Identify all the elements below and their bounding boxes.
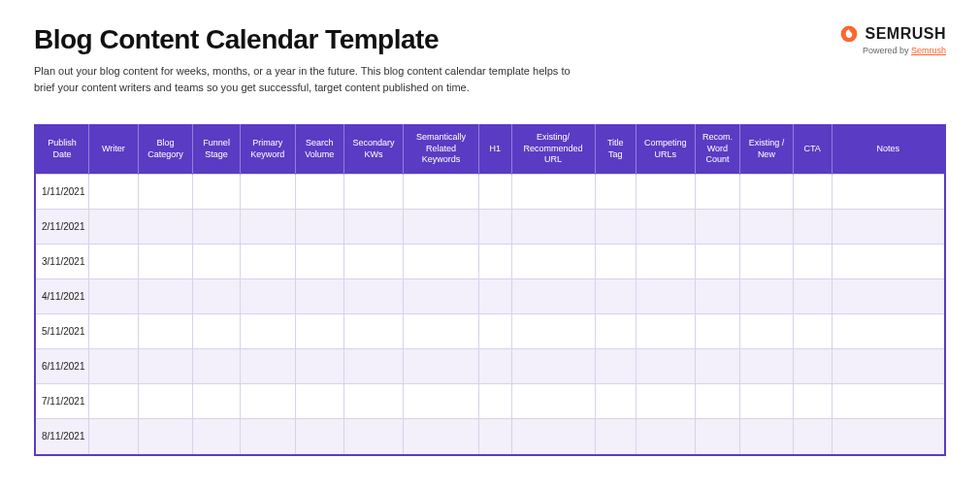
cell-notes[interactable] [832, 279, 944, 314]
cell-cta[interactable] [793, 210, 832, 245]
cell-semantic-keywords[interactable] [404, 384, 479, 419]
cell-funnel-stage[interactable] [193, 419, 240, 454]
powered-by-link[interactable]: Semrush [911, 46, 946, 55]
cell-semantic-keywords[interactable] [404, 210, 479, 245]
cell-title-tag[interactable] [595, 175, 636, 210]
cell-word-count[interactable] [695, 210, 739, 245]
cell-competing-urls[interactable] [636, 279, 695, 314]
cell-existing-new[interactable] [740, 314, 794, 349]
cell-url[interactable] [511, 245, 595, 279]
cell-word-count[interactable] [695, 314, 739, 349]
cell-funnel-stage[interactable] [193, 210, 240, 245]
cell-search-volume[interactable] [295, 384, 343, 419]
cell-notes[interactable] [832, 175, 944, 210]
cell-word-count[interactable] [695, 419, 739, 454]
cell-publish-date[interactable]: 7/11/2021 [36, 384, 89, 419]
cell-cta[interactable] [793, 384, 832, 419]
cell-publish-date[interactable]: 3/11/2021 [36, 245, 89, 279]
cell-url[interactable] [511, 349, 595, 384]
cell-primary-keyword[interactable] [240, 349, 295, 384]
cell-semantic-keywords[interactable] [404, 314, 479, 349]
cell-secondary-kws[interactable] [344, 279, 404, 314]
cell-h1[interactable] [478, 279, 511, 314]
cell-secondary-kws[interactable] [344, 314, 404, 349]
cell-semantic-keywords[interactable] [404, 245, 479, 279]
cell-writer[interactable] [89, 245, 138, 279]
cell-cta[interactable] [793, 279, 832, 314]
cell-search-volume[interactable] [295, 314, 343, 349]
cell-publish-date[interactable]: 1/11/2021 [36, 175, 89, 210]
cell-word-count[interactable] [695, 279, 739, 314]
cell-cta[interactable] [793, 349, 832, 384]
cell-search-volume[interactable] [295, 245, 343, 279]
cell-semantic-keywords[interactable] [404, 175, 479, 210]
cell-url[interactable] [511, 419, 595, 454]
cell-cta[interactable] [793, 419, 832, 454]
cell-notes[interactable] [832, 245, 944, 279]
cell-title-tag[interactable] [595, 419, 636, 454]
cell-writer[interactable] [89, 419, 138, 454]
cell-h1[interactable] [478, 384, 511, 419]
cell-url[interactable] [511, 314, 595, 349]
cell-existing-new[interactable] [740, 279, 794, 314]
cell-funnel-stage[interactable] [193, 349, 240, 384]
cell-title-tag[interactable] [595, 349, 636, 384]
cell-primary-keyword[interactable] [240, 384, 295, 419]
cell-h1[interactable] [478, 175, 511, 210]
cell-competing-urls[interactable] [636, 245, 695, 279]
cell-publish-date[interactable]: 4/11/2021 [36, 279, 89, 314]
cell-title-tag[interactable] [595, 384, 636, 419]
cell-url[interactable] [511, 279, 595, 314]
cell-writer[interactable] [89, 349, 138, 384]
cell-notes[interactable] [832, 314, 944, 349]
cell-notes[interactable] [832, 349, 944, 384]
cell-cta[interactable] [793, 175, 832, 210]
cell-writer[interactable] [89, 210, 138, 245]
cell-writer[interactable] [89, 279, 138, 314]
cell-blog-category[interactable] [138, 349, 193, 384]
cell-h1[interactable] [478, 245, 511, 279]
cell-publish-date[interactable]: 8/11/2021 [36, 419, 89, 454]
cell-funnel-stage[interactable] [193, 175, 240, 210]
cell-url[interactable] [511, 384, 595, 419]
cell-existing-new[interactable] [740, 349, 794, 384]
cell-writer[interactable] [89, 384, 138, 419]
cell-secondary-kws[interactable] [344, 384, 404, 419]
cell-url[interactable] [511, 175, 595, 210]
cell-search-volume[interactable] [295, 175, 343, 210]
cell-word-count[interactable] [695, 245, 739, 279]
cell-existing-new[interactable] [740, 419, 794, 454]
cell-existing-new[interactable] [740, 210, 794, 245]
cell-funnel-stage[interactable] [193, 279, 240, 314]
cell-blog-category[interactable] [138, 314, 193, 349]
cell-notes[interactable] [832, 384, 944, 419]
cell-writer[interactable] [89, 175, 138, 210]
cell-cta[interactable] [793, 245, 832, 279]
cell-h1[interactable] [478, 419, 511, 454]
cell-semantic-keywords[interactable] [404, 279, 479, 314]
cell-primary-keyword[interactable] [240, 279, 295, 314]
cell-existing-new[interactable] [740, 384, 794, 419]
cell-notes[interactable] [832, 210, 944, 245]
cell-publish-date[interactable]: 2/11/2021 [36, 210, 89, 245]
cell-blog-category[interactable] [138, 210, 193, 245]
cell-url[interactable] [511, 210, 595, 245]
cell-existing-new[interactable] [740, 175, 794, 210]
cell-cta[interactable] [793, 314, 832, 349]
cell-h1[interactable] [478, 314, 511, 349]
cell-search-volume[interactable] [295, 279, 343, 314]
cell-title-tag[interactable] [595, 210, 636, 245]
cell-search-volume[interactable] [295, 349, 343, 384]
cell-competing-urls[interactable] [636, 384, 695, 419]
cell-primary-keyword[interactable] [240, 245, 295, 279]
cell-secondary-kws[interactable] [344, 419, 404, 454]
cell-writer[interactable] [89, 314, 138, 349]
cell-publish-date[interactable]: 6/11/2021 [36, 349, 89, 384]
cell-secondary-kws[interactable] [344, 245, 404, 279]
cell-h1[interactable] [478, 210, 511, 245]
cell-secondary-kws[interactable] [344, 175, 404, 210]
cell-word-count[interactable] [695, 384, 739, 419]
cell-notes[interactable] [832, 419, 944, 454]
cell-primary-keyword[interactable] [240, 210, 295, 245]
cell-funnel-stage[interactable] [193, 314, 240, 349]
